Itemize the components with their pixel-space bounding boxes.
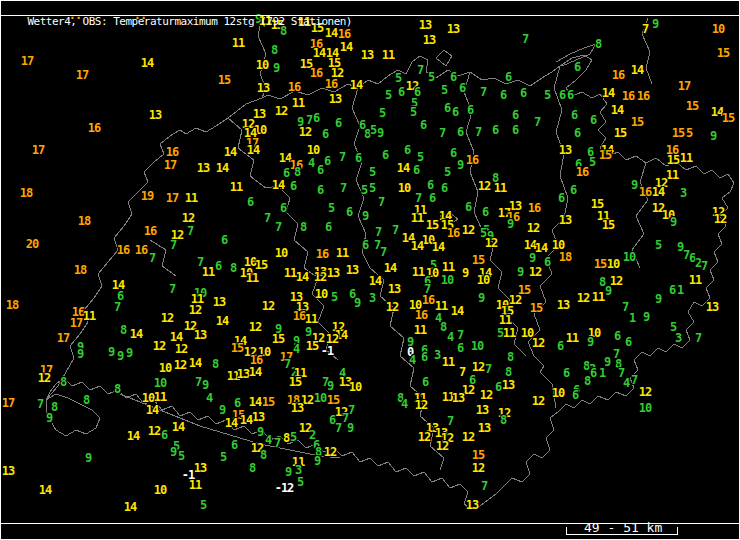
station-value: 5 <box>328 202 334 214</box>
station-value: 13 <box>237 368 249 380</box>
station-value: 12 <box>161 312 173 324</box>
station-value: 8 <box>584 375 590 387</box>
station-value: 6 <box>317 184 323 196</box>
station-value: 14 <box>631 64 643 76</box>
station-value: 14 <box>384 262 396 274</box>
station-value: 6 <box>500 89 506 101</box>
station-value: 5 <box>290 431 296 443</box>
station-value: 13 <box>557 299 569 311</box>
station-value: 12 <box>532 395 544 407</box>
station-value: 15 <box>530 302 542 314</box>
station-value: 10 <box>307 144 319 156</box>
station-value: 4 <box>265 434 271 446</box>
station-value: 13 <box>388 283 400 295</box>
station-value: 14 <box>240 414 252 426</box>
station-value: 14 <box>397 162 409 174</box>
station-value: 6 <box>313 112 319 124</box>
station-value: 9 <box>117 350 123 362</box>
station-value: 16 <box>293 310 305 322</box>
station-value: 12 <box>472 361 484 373</box>
top-separator <box>0 15 740 16</box>
station-value: 5 <box>385 89 391 101</box>
station-value: 6 <box>467 104 473 116</box>
station-value: 7 <box>392 224 398 236</box>
station-value: 9 <box>631 179 637 191</box>
station-value: 17 <box>21 55 33 67</box>
station-value: 9 <box>285 466 291 478</box>
station-value: 10 <box>314 392 326 404</box>
station-value: 12 <box>485 237 497 249</box>
station-value: 10 <box>315 288 327 300</box>
station-value: 5 <box>441 84 447 96</box>
station-value: 11 <box>503 327 515 339</box>
station-value: 14 <box>451 305 463 317</box>
station-value: 7 <box>701 260 707 272</box>
station-value: 17 <box>2 397 14 409</box>
station-value: 4 <box>308 157 314 169</box>
station-value: 10 <box>471 340 483 352</box>
station-value: 6 <box>590 114 596 126</box>
station-value: 5 <box>444 166 450 178</box>
station-value: 11 <box>185 192 197 204</box>
station-value: 14 <box>313 47 325 59</box>
station-value: 9 <box>314 455 320 467</box>
station-value: 6 <box>544 256 550 268</box>
station-value: 13 <box>253 108 265 120</box>
station-value: 7 <box>348 404 354 416</box>
station-value: 12 <box>480 389 492 401</box>
station-value: 5 <box>686 127 692 139</box>
station-value: 11 <box>284 267 296 279</box>
station-value: 5 <box>220 451 226 463</box>
station-value: 7 <box>37 398 43 410</box>
station-value: 6 <box>221 234 227 246</box>
station-value: 6 <box>247 196 253 208</box>
station-value: 13 <box>252 411 264 423</box>
station-value: 15 <box>599 149 611 161</box>
station-value: 6 <box>335 117 341 129</box>
station-value: 5 <box>361 184 367 196</box>
station-value: 15 <box>717 47 729 59</box>
station-value: 6 <box>421 351 427 363</box>
station-value: 11 <box>442 261 454 273</box>
station-value: 9 <box>327 380 333 392</box>
station-value: 13 <box>447 23 459 35</box>
station-value: 15 <box>667 154 679 166</box>
station-value: 14 <box>535 242 547 254</box>
station-value: 10 <box>639 402 651 414</box>
station-value: 15 <box>272 333 284 345</box>
station-value: 5 <box>369 166 375 178</box>
station-value: 6 <box>625 336 631 348</box>
station-value: 17 <box>76 69 88 81</box>
station-value: 12 <box>418 431 430 443</box>
station-value: 7 <box>695 332 701 344</box>
station-value: 6 <box>559 89 565 101</box>
station-value: 6 <box>492 124 498 136</box>
station-value: 14 <box>146 404 158 416</box>
station-value: 13 <box>452 392 464 404</box>
station-value: 18 <box>20 187 32 199</box>
station-value: 15 <box>594 258 606 270</box>
station-value: 8 <box>300 221 306 233</box>
station-value: 5 <box>428 71 434 83</box>
station-value: 9 <box>517 266 523 278</box>
station-value: 16 <box>288 81 300 93</box>
station-value: 16 <box>135 244 147 256</box>
station-value: 7 <box>149 252 155 264</box>
station-value: 12 <box>153 340 165 352</box>
station-value: 3 <box>680 187 686 199</box>
title-bar: Wetter4, OBS: Temperaturmaximum 12stg (7… <box>3 2 352 15</box>
station-value: 14 <box>249 366 261 378</box>
station-value: 9 <box>462 267 468 279</box>
station-value: 14 <box>216 315 228 327</box>
station-value: 9 <box>643 311 649 323</box>
station-value: 9 <box>46 412 52 424</box>
station-value: 6 <box>325 221 331 233</box>
station-value: 6 <box>512 124 518 136</box>
station-value: 14 <box>216 162 228 174</box>
station-value: 12 <box>462 431 474 443</box>
station-value: 7 <box>375 226 381 238</box>
station-value: 13 <box>559 144 571 156</box>
station-value: 6 <box>322 128 328 140</box>
station-value: 10 <box>441 274 453 286</box>
station-value: 7 <box>457 329 463 341</box>
